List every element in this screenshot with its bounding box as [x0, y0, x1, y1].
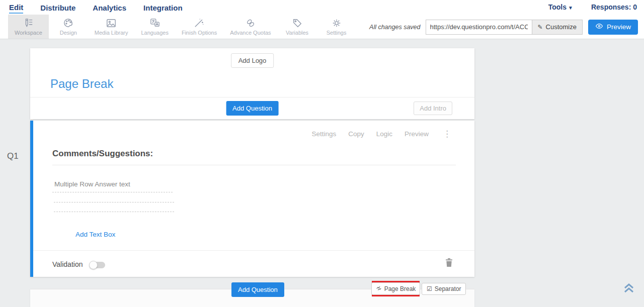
- nav-tab-edit[interactable]: Edit: [9, 1, 23, 14]
- eye-icon: [595, 23, 603, 31]
- question-footer: Validation: [33, 250, 474, 277]
- nav-tab-distribute[interactable]: Distribute: [40, 2, 75, 13]
- toolbar-item-advance-quotas[interactable]: Advance Quotas: [223, 15, 277, 39]
- toolbar-item-media-library[interactable]: Media Library: [88, 15, 135, 39]
- survey-header-card: Add Logo Page Break Add Question Add Int…: [30, 48, 474, 119]
- nav-tab-integration[interactable]: Integration: [143, 2, 183, 13]
- separator-button[interactable]: ☑ Separator: [422, 283, 466, 295]
- tag-icon: [292, 18, 303, 28]
- page-break-icon: [376, 285, 382, 292]
- magic-wand-icon: [194, 18, 205, 28]
- double-chevron-up-icon[interactable]: [623, 282, 635, 296]
- customize-button[interactable]: ✎ Customize: [532, 20, 583, 35]
- add-question-button-top[interactable]: Add Question: [226, 101, 279, 116]
- media-image-icon: [106, 18, 117, 28]
- question-number-label: Q1: [7, 151, 19, 161]
- answer-row-line-2[interactable]: [54, 202, 174, 202]
- checkbox-checked-icon: ☑: [427, 285, 432, 292]
- add-intro-button[interactable]: Add Intro: [414, 101, 452, 115]
- translate-icon: [149, 18, 160, 28]
- toolbar-item-design[interactable]: Design: [49, 15, 88, 39]
- question-copy-link[interactable]: Copy: [348, 130, 364, 138]
- trash-icon[interactable]: [445, 258, 453, 269]
- question-logic-link[interactable]: Logic: [376, 130, 392, 138]
- design-palette-icon: [63, 18, 74, 28]
- chain-links-icon: [245, 18, 256, 28]
- page-break-highlight-box: Page Break: [372, 281, 420, 296]
- preview-button[interactable]: Preview: [588, 20, 638, 35]
- validation-label: Validation: [52, 260, 83, 268]
- add-text-box-link[interactable]: Add Text Box: [75, 231, 115, 238]
- toolbar-item-workspace[interactable]: Workspace: [8, 15, 49, 39]
- workspace-icon: [23, 18, 34, 28]
- answer-row-line-1[interactable]: [52, 192, 173, 192]
- top-navbar: Edit Distribute Analytics Integration To…: [0, 0, 644, 15]
- add-question-button-bottom[interactable]: Add Question: [231, 282, 284, 297]
- question-preview-link[interactable]: Preview: [405, 130, 429, 138]
- survey-title[interactable]: Page Break: [50, 77, 113, 91]
- page-break-button[interactable]: Page Break: [371, 282, 421, 295]
- gear-icon: [331, 18, 342, 28]
- question-text[interactable]: Comments/Suggestions:: [52, 149, 456, 165]
- toggle-knob: [89, 261, 98, 269]
- nav-tab-analytics[interactable]: Analytics: [93, 2, 126, 13]
- vertical-dots-icon[interactable]: ⋮: [441, 130, 453, 138]
- save-status: All changes saved: [369, 24, 420, 31]
- validation-toggle[interactable]: [90, 262, 105, 268]
- toolbar-item-languages[interactable]: Languages: [134, 15, 175, 39]
- pencil-icon: ✎: [538, 24, 543, 31]
- answer-row-placeholder[interactable]: Multiple Row Answer text: [54, 180, 130, 188]
- survey-toolbar: Workspace Design Media Library L: [0, 15, 644, 39]
- add-logo-button[interactable]: Add Logo: [231, 53, 274, 68]
- toolbar-item-finish-options[interactable]: Finish Options: [175, 15, 223, 39]
- question-card: Settings Copy Logic Preview ⋮ Comments/S…: [30, 121, 474, 277]
- tools-dropdown[interactable]: Tools▼: [548, 3, 573, 11]
- toolbar-item-variables[interactable]: Variables: [278, 15, 317, 39]
- answer-row-line-3[interactable]: [54, 212, 174, 212]
- header-button-row: Add Question Add Intro: [30, 97, 474, 119]
- nav-tabs: Edit Distribute Analytics Integration: [0, 1, 183, 14]
- question-settings-link[interactable]: Settings: [311, 130, 336, 138]
- question-actions-menu: Settings Copy Logic Preview ⋮: [311, 130, 453, 138]
- toolbar-item-settings[interactable]: Settings: [317, 15, 356, 39]
- responses-count[interactable]: Responses: 0: [591, 3, 637, 11]
- chevron-down-icon: ▼: [568, 5, 573, 11]
- survey-url-input[interactable]: [426, 20, 532, 35]
